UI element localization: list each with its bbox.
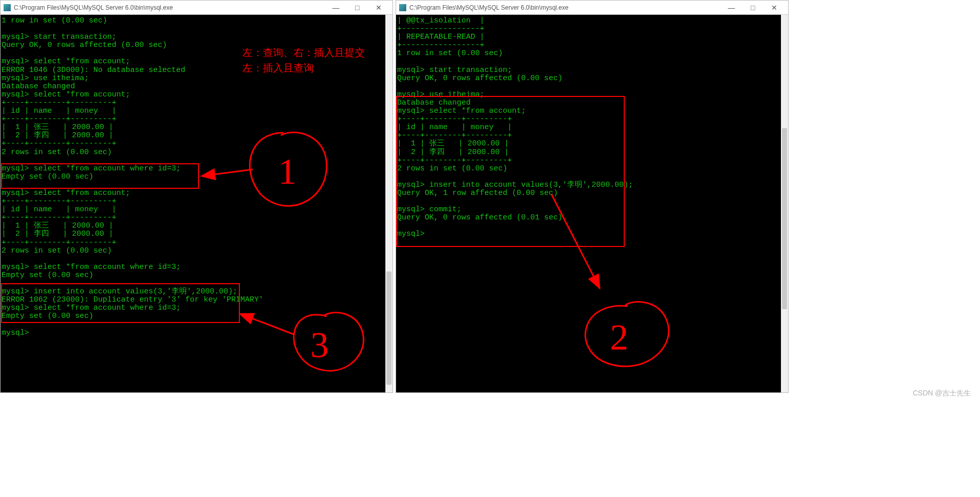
app-icon bbox=[399, 4, 406, 11]
scrollbar-left[interactable] bbox=[385, 15, 393, 392]
window-title: C:\Program Files\MySQL\MySQL Server 6.0\… bbox=[14, 4, 325, 11]
terminal-body-left[interactable]: 1 row in set (0.00 sec) mysql> start tra… bbox=[1, 15, 393, 392]
maximize-button[interactable]: □ bbox=[347, 2, 368, 14]
terminal-window-left: C:\Program Files\MySQL\MySQL Server 6.0\… bbox=[0, 0, 393, 393]
scroll-thumb[interactable] bbox=[386, 271, 391, 385]
watermark: CSDN @吉士先生 bbox=[913, 389, 971, 398]
close-button[interactable]: ✕ bbox=[368, 2, 389, 14]
maximize-button[interactable]: □ bbox=[742, 2, 764, 14]
window-title: C:\Program Files\MySQL\MySQL Server 6.0\… bbox=[409, 4, 721, 11]
app-icon bbox=[4, 4, 11, 11]
scrollbar-right[interactable] bbox=[781, 15, 788, 392]
titlebar-right[interactable]: C:\Program Files\MySQL\MySQL Server 6.0\… bbox=[396, 1, 788, 15]
titlebar-left[interactable]: C:\Program Files\MySQL\MySQL Server 6.0\… bbox=[1, 1, 393, 15]
terminal-output: 1 row in set (0.00 sec) mysql> start tra… bbox=[2, 17, 385, 337]
close-button[interactable]: ✕ bbox=[764, 2, 785, 14]
scroll-thumb[interactable] bbox=[782, 128, 787, 309]
terminal-body-right[interactable]: | @@tx_isolation | +-----------------+ |… bbox=[396, 15, 788, 392]
terminal-window-right: C:\Program Files\MySQL\MySQL Server 6.0\… bbox=[396, 0, 789, 393]
terminal-output: | @@tx_isolation | +-----------------+ |… bbox=[397, 17, 781, 239]
minimize-button[interactable]: — bbox=[325, 2, 347, 14]
minimize-button[interactable]: — bbox=[721, 2, 742, 14]
